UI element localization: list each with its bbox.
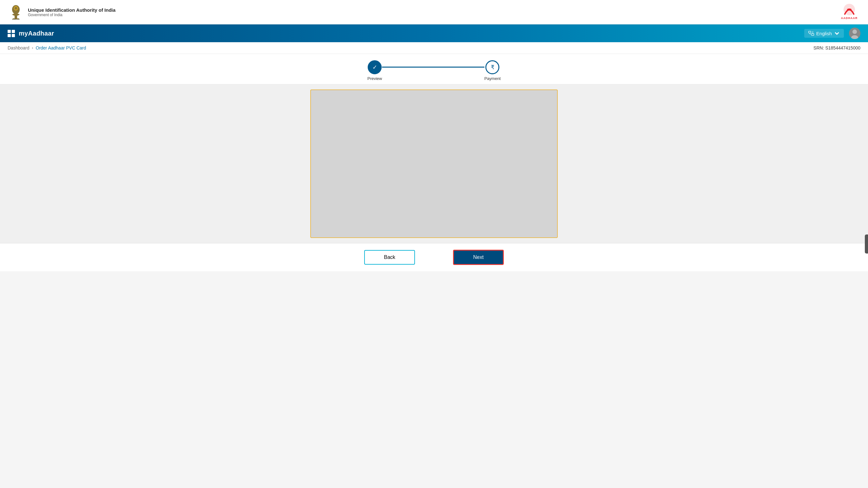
app-title: myAadhaar <box>19 30 54 37</box>
scroll-handle[interactable] <box>865 235 868 253</box>
nav-left: myAadhaar <box>8 30 54 37</box>
language-selector[interactable]: English <box>804 29 844 38</box>
card-preview-area <box>310 89 558 238</box>
svg-text:सत्यमेव जयते: सत्यमेव जयते <box>12 19 20 20</box>
step-payment-label: Payment <box>485 76 501 81</box>
stepper-container: ✓ Preview ₹ Payment <box>0 54 868 84</box>
org-sub: Government of India <box>28 13 116 17</box>
step-connector <box>382 67 484 68</box>
back-button[interactable]: Back <box>364 250 415 265</box>
step-payment-circle: ₹ <box>486 60 499 74</box>
step-preview-label: Preview <box>367 76 382 81</box>
breadcrumb-home[interactable]: Dashboard <box>8 45 30 51</box>
org-name: Unique Identification Authority of India <box>28 7 116 13</box>
footer: Back Next <box>0 243 868 271</box>
nav-bar: myAadhaar English <box>0 24 868 42</box>
svg-rect-8 <box>808 31 811 33</box>
india-emblem: सत्यमेव जयते <box>8 3 24 22</box>
chevron-down-icon <box>834 30 840 36</box>
step-payment: ₹ Payment <box>485 60 501 81</box>
top-header: सत्यमेव जयते Unique Identification Autho… <box>0 0 868 24</box>
aadhaar-logo: AADHAAR <box>838 3 860 22</box>
breadcrumb-current: Order Aadhaar PVC Card <box>36 45 86 51</box>
grid-icon <box>8 30 15 37</box>
srn-label: SRN: S1854447415000 <box>813 45 860 51</box>
breadcrumb-separator: › <box>32 46 33 50</box>
svg-point-13 <box>852 30 857 34</box>
org-text: Unique Identification Authority of India… <box>28 7 116 17</box>
main-content <box>0 84 868 243</box>
breadcrumb-bar: Dashboard › Order Aadhaar PVC Card SRN: … <box>0 42 868 54</box>
user-avatar[interactable] <box>849 28 860 39</box>
nav-right: English <box>804 28 860 39</box>
breadcrumb: Dashboard › Order Aadhaar PVC Card <box>8 45 86 51</box>
stepper: ✓ Preview ₹ Payment <box>367 60 501 81</box>
svg-point-2 <box>14 7 17 9</box>
svg-rect-9 <box>811 34 814 35</box>
next-button[interactable]: Next <box>453 250 504 265</box>
language-label: English <box>816 31 832 36</box>
step-preview-circle: ✓ <box>368 60 382 74</box>
step-preview: ✓ Preview <box>367 60 382 81</box>
svg-line-10 <box>810 33 811 35</box>
org-info: सत्यमेव जयते Unique Identification Autho… <box>8 3 116 22</box>
svg-text:AADHAAR: AADHAAR <box>841 17 858 20</box>
